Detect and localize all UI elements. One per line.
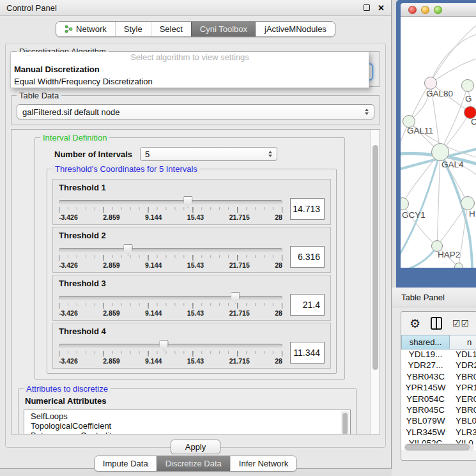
tick-label: 21.715: [229, 213, 250, 221]
slider-ticks: [59, 351, 282, 357]
cell-shared-name[interactable]: YBR043C: [401, 372, 450, 383]
cell-shared-name[interactable]: YLR345W: [401, 427, 450, 438]
threshold-label: Threshold 1: [59, 183, 325, 192]
cell-shared-name[interactable]: YER054C: [401, 394, 450, 405]
threshold-label: Threshold 4: [59, 326, 325, 336]
tab-style[interactable]: Style: [115, 22, 151, 36]
dropdown-option-manual-discretization[interactable]: Manual Discretization: [11, 63, 369, 75]
attribute-list-item[interactable]: TopologicalCoefficient: [31, 421, 340, 431]
tab-network-label: Network: [76, 24, 107, 34]
interval-definition-group-label: Interval Definition: [40, 133, 109, 142]
cell-name[interactable]: YPR1: [450, 383, 476, 394]
threshold-slider[interactable]: [59, 248, 282, 252]
minimize-traffic-light-icon[interactable]: [421, 6, 429, 14]
close-traffic-light-icon[interactable]: [408, 6, 417, 14]
tab-cyni-toolbox[interactable]: Cyni Toolbox: [191, 22, 256, 36]
cell-name[interactable]: YBR0: [450, 372, 476, 383]
tab-select[interactable]: Select: [151, 22, 191, 36]
tick-label: 28: [275, 213, 282, 221]
list-scrollbar-thumb[interactable]: [342, 413, 348, 434]
table-data-combobox[interactable]: galFiltered.sif default node: [17, 104, 374, 119]
slider-thumb[interactable]: [159, 340, 169, 351]
table-row[interactable]: YBL079WYBL0: [401, 416, 476, 427]
tab-impute-data[interactable]: Impute Data: [95, 456, 157, 471]
list-scrollbar[interactable]: [341, 411, 349, 434]
horizontal-scrollbar-thumb[interactable]: [405, 444, 470, 450]
tick-label: 15.43: [187, 261, 204, 269]
vertical-scrollbar-thumb[interactable]: [372, 145, 378, 370]
tab-infer-network[interactable]: Infer Network: [230, 456, 296, 471]
dropdown-option-equal-width[interactable]: Equal Width/Frequency Discretization: [11, 75, 369, 88]
numerical-attributes-list: SelfLoopsTopologicalCoefficientBetweenne…: [31, 411, 340, 434]
threshold-label: Threshold 2: [59, 231, 325, 240]
number-of-intervals-spinner[interactable]: 5: [140, 147, 277, 161]
vertical-scrollbar[interactable]: [370, 130, 380, 434]
slider-ticks: [59, 207, 282, 213]
tick-label: 9.144: [145, 261, 162, 269]
column-header-name[interactable]: n: [450, 335, 476, 349]
table-row[interactable]: YDL19...YDL1: [401, 349, 476, 360]
tab-jactivemnodules[interactable]: jActiveMNodules: [256, 22, 335, 36]
settings-scroll-panel: Interval Definition Number of Intervals …: [11, 129, 380, 434]
checkbox-icons[interactable]: ☑☑: [452, 319, 470, 328]
threshold-panel: Threshold 1 -3.4262.8599.14415.4321.7152…: [52, 179, 331, 225]
tick-label: 2.859: [103, 309, 119, 317]
tick-label: 28: [275, 357, 282, 365]
dropdown-placeholder-item[interactable]: Select algorithm to view settings: [11, 52, 369, 63]
network-canvas[interactable]: GAL80GCGAL11GAL4GCY1HHAP2: [401, 17, 476, 268]
threshold-slider[interactable]: [59, 344, 282, 348]
tick-labels: -3.4262.8599.14415.4321.71528: [59, 309, 282, 317]
attribute-list-item[interactable]: SelfLoops: [31, 411, 340, 421]
network-edges: [401, 17, 476, 268]
cell-shared-name[interactable]: YDL19...: [401, 349, 450, 360]
split-view-icon[interactable]: [431, 317, 442, 330]
table-row[interactable]: YBR043CYBR0: [401, 372, 476, 383]
cell-name[interactable]: YDR2: [450, 360, 476, 371]
apply-button[interactable]: Apply: [171, 440, 221, 454]
close-icon[interactable]: ✕: [378, 4, 385, 12]
slider-thumb[interactable]: [231, 292, 240, 303]
table-row[interactable]: YBR045CYBR0: [401, 405, 476, 416]
tab-discretize-data[interactable]: Discretize Data: [157, 456, 230, 471]
attribute-list-item[interactable]: BetweennessCentrality: [31, 431, 340, 434]
network-node[interactable]: [461, 196, 475, 210]
table-row[interactable]: YLR345WYLR3: [401, 427, 476, 438]
cell-name[interactable]: YDL1: [450, 349, 476, 360]
network-node[interactable]: [424, 77, 437, 89]
threshold-value-field[interactable]: 14.713: [290, 198, 325, 220]
top-tabbar: Network Style Select Cyni Toolbox jActiv…: [0, 21, 391, 37]
threshold-slider[interactable]: [59, 200, 282, 204]
cell-shared-name[interactable]: YPR145W: [401, 383, 450, 394]
float-window-icon[interactable]: [364, 4, 370, 11]
table-row[interactable]: YDR27...YDR2: [401, 360, 476, 371]
cell-shared-name[interactable]: YBL079W: [401, 416, 450, 427]
cell-name[interactable]: YBR0: [450, 405, 476, 416]
cell-name[interactable]: YLR3: [450, 427, 476, 438]
apply-row: Apply: [10, 434, 381, 454]
tick-label: 15.43: [187, 309, 204, 317]
network-node[interactable]: [461, 79, 474, 92]
threshold-value-field[interactable]: 21.4: [290, 294, 325, 316]
algorithm-dropdown-popup: Select algorithm to view settings Manual…: [10, 52, 369, 88]
table-row[interactable]: YER054CYER0: [401, 394, 476, 405]
horizontal-scrollbar[interactable]: [404, 443, 474, 451]
gear-icon[interactable]: ⚙: [410, 318, 420, 330]
cell-shared-name[interactable]: YBR045C: [401, 405, 450, 416]
network-node[interactable]: [431, 143, 449, 161]
cell-name[interactable]: YBL0: [450, 416, 476, 427]
slider-thumb[interactable]: [123, 244, 133, 256]
network-window-titlebar: [401, 3, 476, 17]
network-node[interactable]: [454, 263, 463, 268]
zoom-traffic-light-icon[interactable]: [434, 6, 442, 14]
tick-labels: -3.4262.8599.14415.4321.71528: [59, 261, 282, 269]
threshold-slider[interactable]: [59, 296, 282, 300]
column-header-shared-name[interactable]: shared...: [401, 335, 450, 349]
slider-thumb[interactable]: [183, 196, 193, 208]
table-data-selected-value: galFiltered.sif default node: [22, 107, 365, 117]
table-row[interactable]: YPR145WYPR1: [401, 383, 476, 394]
threshold-value-field[interactable]: 6.316: [290, 246, 325, 268]
cell-shared-name[interactable]: YDR27...: [401, 360, 450, 371]
threshold-value-field[interactable]: 11.344: [290, 342, 325, 364]
tab-network[interactable]: Network: [56, 22, 115, 36]
cell-name[interactable]: YER0: [450, 394, 476, 405]
